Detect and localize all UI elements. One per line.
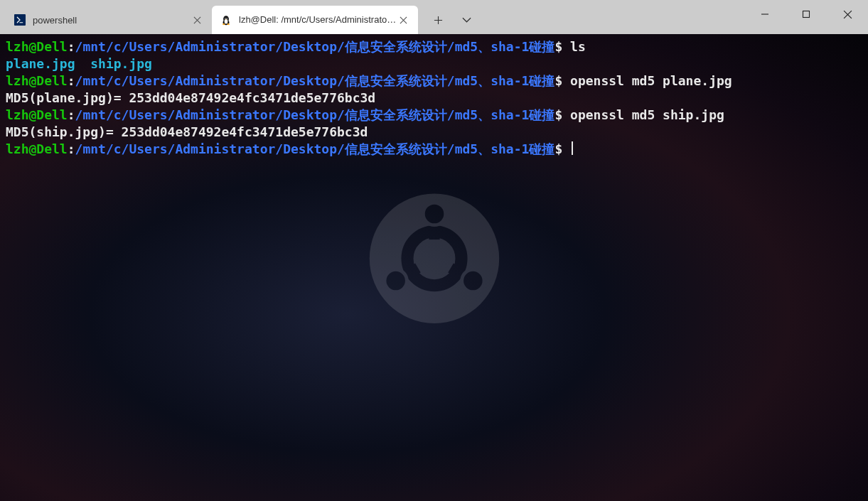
terminal-output: lzh@Dell:/mnt/c/Users/Administrator/Desk… [0,34,868,162]
maximize-button[interactable] [786,0,827,28]
svg-rect-9 [803,11,810,18]
terminal-pane[interactable]: lzh@Dell:/mnt/c/Users/Administrator/Desk… [0,34,868,501]
prompt-user: lzh@Dell [6,73,68,88]
prompt-symbol: $ [554,39,562,54]
command: openssl md5 ship.jpg [570,107,724,122]
prompt-path: /mnt/c/Users/Administrator/Desktop/信息安全系… [75,73,555,88]
svg-rect-12 [429,226,439,239]
ubuntu-logo [367,190,502,325]
close-icon[interactable] [191,14,203,26]
prompt-symbol: $ [554,73,562,88]
cursor [572,141,573,155]
prompt-symbol: $ [554,141,562,156]
svg-point-5 [225,18,226,19]
powershell-icon [14,14,26,26]
close-button[interactable] [827,0,868,28]
tab-actions [418,6,481,34]
command-output: MD5(ship.jpg)= 253dd04e87492e4fc3471de5e… [6,124,368,139]
prompt-path: /mnt/c/Users/Administrator/Desktop/信息安全系… [75,107,555,122]
tab-powershell[interactable]: powershell [6,6,212,34]
tux-icon [220,14,232,26]
prompt-user: lzh@Dell [6,39,68,54]
new-tab-button[interactable] [424,6,452,34]
ls-output-file: plane.jpg [6,56,75,71]
ls-output-file: ship.jpg [90,56,152,71]
svg-point-19 [464,271,483,290]
prompt-path: /mnt/c/Users/Administrator/Desktop/信息安全系… [75,141,555,156]
prompt-user: lzh@Dell [6,107,68,122]
prompt-sep: : [68,39,75,54]
window-controls [744,0,868,28]
prompt-sep: : [68,107,75,122]
svg-point-18 [424,204,444,223]
prompt-path: /mnt/c/Users/Administrator/Desktop/信息安全系… [75,39,555,54]
svg-point-20 [386,271,405,290]
command-output: MD5(plane.jpg)= 253dd04e87492e4fc3471de5… [6,90,375,105]
titlebar: powershell lzh@Dell [0,0,868,34]
close-icon[interactable] [397,14,409,26]
prompt-user: lzh@Dell [6,141,68,156]
tab-wsl[interactable]: lzh@Dell: /mnt/c/Users/Administrator/Des… [212,6,418,34]
svg-point-7 [223,23,225,25]
prompt-sep: : [68,73,75,88]
tab-title: lzh@Dell: /mnt/c/Users/Administrator/Des… [239,14,397,26]
dropdown-button[interactable] [452,6,481,34]
command: openssl md5 plane.jpg [570,73,732,88]
command: ls [570,39,586,54]
prompt-sep: : [68,141,75,156]
svg-point-2 [225,18,228,23]
tab-title: powershell [33,15,191,26]
prompt-symbol: $ [554,107,562,122]
minimize-button[interactable] [744,0,786,28]
tab-strip: powershell lzh@Dell [0,0,481,34]
svg-point-8 [227,23,230,25]
svg-point-6 [227,18,227,19]
